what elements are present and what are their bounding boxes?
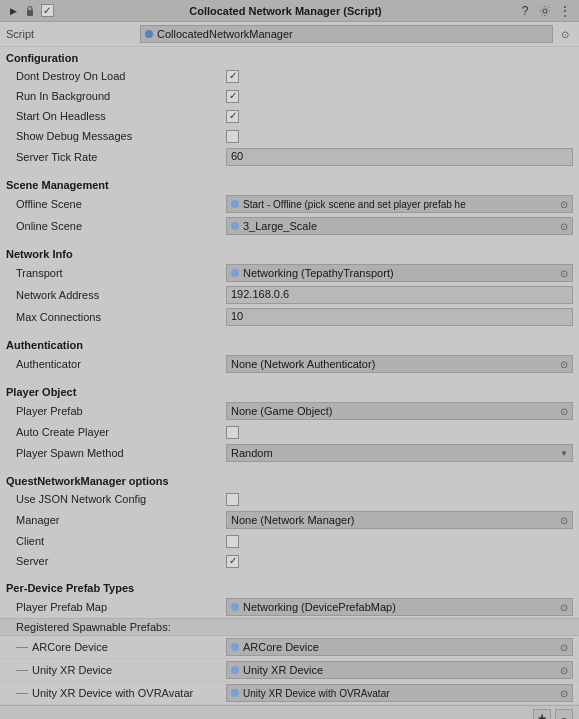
offline-scene-label: Offline Scene xyxy=(6,198,226,210)
prefab-row-unity-xr-ovr: — Unity XR Device with OVRAvatar Unity X… xyxy=(0,682,579,705)
network-address-value: 192.168.0.6 xyxy=(226,286,573,304)
online-scene-field[interactable]: 3_Large_Scale ⊙ xyxy=(226,217,573,235)
player-prefab-map-value: Networking (DevicePrefabMap) ⊙ xyxy=(226,598,573,616)
player-prefab-field[interactable]: None (Game Object) ⊙ xyxy=(226,402,573,420)
field-auto-create: Auto Create Player xyxy=(0,422,579,442)
player-object-header: Player Object xyxy=(0,381,579,400)
run-background-checkbox[interactable] xyxy=(226,90,239,103)
arcore-field[interactable]: ARCore Device ⊙ xyxy=(226,638,573,656)
unity-xr-ovr-field[interactable]: Unity XR Device with OVRAvatar ⊙ xyxy=(226,684,573,702)
field-use-json: Use JSON Network Config xyxy=(0,489,579,509)
start-headless-label: Start On Headless xyxy=(6,110,226,122)
field-start-headless: Start On Headless xyxy=(0,106,579,126)
active-toggle[interactable] xyxy=(41,4,54,17)
script-dot-icon xyxy=(145,30,153,38)
server-value xyxy=(226,555,573,568)
max-connections-input[interactable]: 10 xyxy=(226,308,573,326)
server-tick-input[interactable]: 60 xyxy=(226,148,573,166)
arcore-info[interactable]: ⊙ xyxy=(560,642,568,653)
field-offline-scene: Offline Scene Start - Offline (pick scen… xyxy=(0,193,579,215)
prefab-map-dot xyxy=(231,603,239,611)
lock-icon[interactable] xyxy=(23,4,37,18)
player-prefab-info[interactable]: ⊙ xyxy=(560,406,568,417)
title-bar-icons: ▶ xyxy=(6,4,54,18)
arcore-dash-icon: — xyxy=(16,640,28,654)
spawn-method-dropdown[interactable]: Random ▼ xyxy=(226,444,573,462)
manager-info[interactable]: ⊙ xyxy=(560,515,568,526)
authentication-header: Authentication xyxy=(0,334,579,353)
unity-xr-ovr-text: Unity XR Device with OVRAvatar xyxy=(243,688,390,699)
unity-xr-text: Unity XR Device xyxy=(243,664,323,676)
authenticator-info[interactable]: ⊙ xyxy=(560,359,568,370)
add-button[interactable]: + xyxy=(533,709,551,719)
offline-scene-text: Start - Offline (pick scene and set play… xyxy=(243,199,466,210)
title-text: Collocated Network Manager (Script) xyxy=(58,5,513,17)
use-json-label: Use JSON Network Config xyxy=(6,493,226,505)
authenticator-field[interactable]: None (Network Authenticator) ⊙ xyxy=(226,355,573,373)
per-device-header: Per-Device Prefab Types xyxy=(0,577,579,596)
field-show-debug: Show Debug Messages xyxy=(0,126,579,146)
unity-xr-ovr-label: — Unity XR Device with OVRAvatar xyxy=(6,686,226,700)
expand-icon[interactable]: ▶ xyxy=(6,4,20,18)
online-scene-info[interactable]: ⊙ xyxy=(560,221,568,232)
remove-button[interactable]: - xyxy=(555,709,573,719)
player-prefab-value: None (Game Object) ⊙ xyxy=(226,402,573,420)
arcore-value: ARCore Device ⊙ xyxy=(226,638,573,656)
transport-field[interactable]: Networking (TepathyTransport) ⊙ xyxy=(226,264,573,282)
auto-create-checkbox[interactable] xyxy=(226,426,239,439)
dont-destroy-value xyxy=(226,70,573,83)
unity-xr-dot xyxy=(231,666,239,674)
start-headless-checkbox[interactable] xyxy=(226,110,239,123)
transport-info[interactable]: ⊙ xyxy=(560,268,568,279)
offline-scene-info[interactable]: ⊙ xyxy=(560,199,568,210)
field-online-scene: Online Scene 3_Large_Scale ⊙ xyxy=(0,215,579,237)
run-background-label: Run In Background xyxy=(6,90,226,102)
script-info-button[interactable]: ⊙ xyxy=(557,26,573,42)
server-checkbox[interactable] xyxy=(226,555,239,568)
show-debug-label: Show Debug Messages xyxy=(6,130,226,142)
player-prefab-text: None (Game Object) xyxy=(231,405,332,417)
unity-xr-info[interactable]: ⊙ xyxy=(560,665,568,676)
unity-xr-value: Unity XR Device ⊙ xyxy=(226,661,573,679)
server-tick-label: Server Tick Rate xyxy=(6,151,226,163)
title-bar: ▶ Collocated Network Manager (Script) ? … xyxy=(0,0,579,22)
client-label: Client xyxy=(6,535,226,547)
online-scene-dot xyxy=(231,222,239,230)
unity-xr-ovr-info[interactable]: ⊙ xyxy=(560,688,568,699)
help-button[interactable]: ? xyxy=(517,3,533,19)
quest-options-header: QuestNetworkManager options xyxy=(0,470,579,489)
field-authenticator: Authenticator None (Network Authenticato… xyxy=(0,353,579,375)
title-actions: ? ⋮ xyxy=(517,3,573,19)
player-prefab-map-field[interactable]: Networking (DevicePrefabMap) ⊙ xyxy=(226,598,573,616)
field-server-tick: Server Tick Rate 60 xyxy=(0,146,579,168)
prefab-map-info[interactable]: ⊙ xyxy=(560,602,568,613)
script-value[interactable]: CollocatedNetworkManager xyxy=(140,25,553,43)
svg-point-1 xyxy=(543,9,547,13)
client-checkbox[interactable] xyxy=(226,535,239,548)
menu-button[interactable]: ⋮ xyxy=(557,3,573,19)
field-spawn-method: Player Spawn Method Random ▼ xyxy=(0,442,579,464)
unity-xr-ovr-dash-icon: — xyxy=(16,686,28,700)
transport-value: Networking (TepathyTransport) ⊙ xyxy=(226,264,573,282)
dont-destroy-checkbox[interactable] xyxy=(226,70,239,83)
settings-button[interactable] xyxy=(537,3,553,19)
online-scene-value: 3_Large_Scale ⊙ xyxy=(226,217,573,235)
unity-xr-ovr-value: Unity XR Device with OVRAvatar ⊙ xyxy=(226,684,573,702)
spawn-method-label: Player Spawn Method xyxy=(6,447,226,459)
network-address-input[interactable]: 192.168.0.6 xyxy=(226,286,573,304)
manager-field[interactable]: None (Network Manager) ⊙ xyxy=(226,511,573,529)
authenticator-value: None (Network Authenticator) ⊙ xyxy=(226,355,573,373)
offline-scene-field[interactable]: Start - Offline (pick scene and set play… xyxy=(226,195,573,213)
use-json-checkbox[interactable] xyxy=(226,493,239,506)
svg-rect-0 xyxy=(27,10,33,16)
prefab-row-unity-xr: — Unity XR Device Unity XR Device ⊙ xyxy=(0,659,579,682)
show-debug-checkbox[interactable] xyxy=(226,130,239,143)
unity-xr-field[interactable]: Unity XR Device ⊙ xyxy=(226,661,573,679)
offline-scene-dot xyxy=(231,200,239,208)
active-checkbox[interactable] xyxy=(40,4,54,18)
scene-management-header: Scene Management xyxy=(0,174,579,193)
transport-text: Networking (TepathyTransport) xyxy=(243,267,394,279)
field-server: Server xyxy=(0,551,579,571)
footer-bar: + - xyxy=(0,705,579,719)
client-value xyxy=(226,535,573,548)
